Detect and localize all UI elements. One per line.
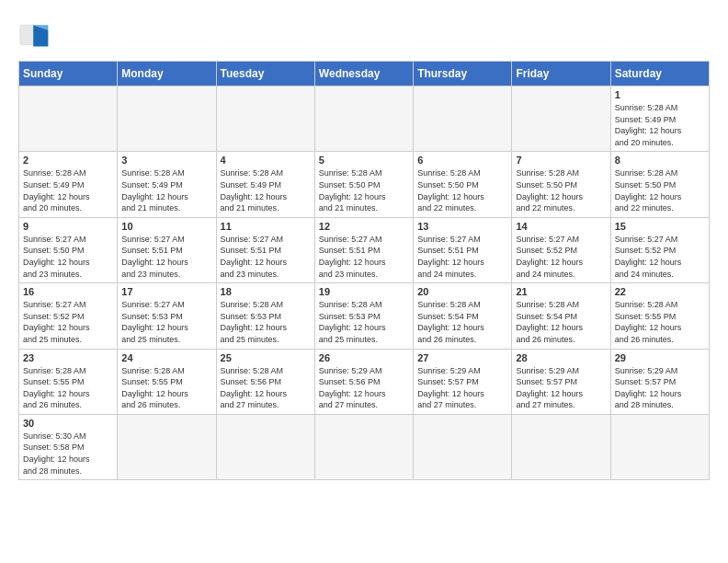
day-2: 2Sunrise: 5:28 AMSunset: 5:49 PMDaylight… xyxy=(19,152,118,217)
day-info: Sunrise: 5:28 AMSunset: 5:54 PMDaylight:… xyxy=(417,299,507,345)
day-info: Sunrise: 5:27 AMSunset: 5:52 PMDaylight:… xyxy=(615,234,705,280)
day-24: 24Sunrise: 5:28 AMSunset: 5:55 PMDayligh… xyxy=(118,349,216,414)
day-info: Sunrise: 5:27 AMSunset: 5:51 PMDaylight:… xyxy=(417,234,507,280)
day-number: 16 xyxy=(23,286,113,297)
weekday-header-saturday: Saturday xyxy=(610,62,709,86)
day-info: Sunrise: 5:28 AMSunset: 5:49 PMDaylight:… xyxy=(23,167,113,213)
day-info: Sunrise: 5:28 AMSunset: 5:50 PMDaylight:… xyxy=(516,167,606,213)
day-23: 23Sunrise: 5:28 AMSunset: 5:55 PMDayligh… xyxy=(19,349,118,414)
day-27: 27Sunrise: 5:29 AMSunset: 5:57 PMDayligh… xyxy=(414,349,512,414)
day-info: Sunrise: 5:29 AMSunset: 5:57 PMDaylight:… xyxy=(516,365,606,411)
day-info: Sunrise: 5:28 AMSunset: 5:49 PMDaylight:… xyxy=(615,102,705,148)
day-info: Sunrise: 5:28 AMSunset: 5:53 PMDaylight:… xyxy=(221,299,311,345)
day-number: 10 xyxy=(121,221,211,232)
day-info: Sunrise: 5:28 AMSunset: 5:50 PMDaylight:… xyxy=(319,167,409,213)
day-18: 18Sunrise: 5:28 AMSunset: 5:53 PMDayligh… xyxy=(216,283,314,349)
day-number: 14 xyxy=(516,221,606,232)
day-number: 18 xyxy=(221,286,311,297)
day-number: 30 xyxy=(23,418,113,429)
generalblue-logo-icon xyxy=(18,18,51,52)
empty-day xyxy=(118,414,216,479)
day-11: 11Sunrise: 5:27 AMSunset: 5:51 PMDayligh… xyxy=(216,217,314,282)
day-6: 6Sunrise: 5:28 AMSunset: 5:50 PMDaylight… xyxy=(414,152,512,217)
day-info: Sunrise: 5:28 AMSunset: 5:56 PMDaylight:… xyxy=(221,365,311,411)
day-29: 29Sunrise: 5:29 AMSunset: 5:57 PMDayligh… xyxy=(610,349,709,414)
day-number: 29 xyxy=(615,352,705,363)
day-9: 9Sunrise: 5:27 AMSunset: 5:50 PMDaylight… xyxy=(19,217,118,282)
day-14: 14Sunrise: 5:27 AMSunset: 5:52 PMDayligh… xyxy=(512,217,610,282)
day-info: Sunrise: 5:30 AMSunset: 5:58 PMDaylight:… xyxy=(23,431,113,477)
day-number: 7 xyxy=(516,155,606,166)
day-22: 22Sunrise: 5:28 AMSunset: 5:55 PMDayligh… xyxy=(610,283,709,349)
day-number: 13 xyxy=(417,221,507,232)
day-info: Sunrise: 5:28 AMSunset: 5:50 PMDaylight:… xyxy=(615,167,705,213)
empty-day xyxy=(19,86,118,152)
day-number: 28 xyxy=(516,352,606,363)
day-info: Sunrise: 5:28 AMSunset: 5:54 PMDaylight:… xyxy=(516,299,606,345)
day-number: 3 xyxy=(121,155,211,166)
weekday-header-tuesday: Tuesday xyxy=(216,62,314,86)
day-number: 6 xyxy=(417,155,507,166)
day-number: 5 xyxy=(319,155,409,166)
day-26: 26Sunrise: 5:29 AMSunset: 5:56 PMDayligh… xyxy=(314,349,413,414)
day-info: Sunrise: 5:27 AMSunset: 5:51 PMDaylight:… xyxy=(221,234,311,280)
day-20: 20Sunrise: 5:28 AMSunset: 5:54 PMDayligh… xyxy=(414,283,512,349)
weekday-header-friday: Friday xyxy=(512,62,610,86)
day-info: Sunrise: 5:28 AMSunset: 5:50 PMDaylight:… xyxy=(417,167,507,213)
empty-day xyxy=(512,414,610,479)
day-info: Sunrise: 5:27 AMSunset: 5:52 PMDaylight:… xyxy=(516,234,606,280)
day-10: 10Sunrise: 5:27 AMSunset: 5:51 PMDayligh… xyxy=(118,217,216,282)
day-info: Sunrise: 5:27 AMSunset: 5:53 PMDaylight:… xyxy=(121,299,211,345)
day-info: Sunrise: 5:28 AMSunset: 5:55 PMDaylight:… xyxy=(615,299,705,345)
day-5: 5Sunrise: 5:28 AMSunset: 5:50 PMDaylight… xyxy=(314,152,413,217)
day-number: 4 xyxy=(221,155,311,166)
day-17: 17Sunrise: 5:27 AMSunset: 5:53 PMDayligh… xyxy=(118,283,216,349)
day-number: 12 xyxy=(319,221,409,232)
weekday-header-monday: Monday xyxy=(118,62,216,86)
day-19: 19Sunrise: 5:28 AMSunset: 5:53 PMDayligh… xyxy=(314,283,413,349)
day-info: Sunrise: 5:27 AMSunset: 5:51 PMDaylight:… xyxy=(319,234,409,280)
weekday-header-sunday: Sunday xyxy=(19,62,118,86)
day-info: Sunrise: 5:28 AMSunset: 5:55 PMDaylight:… xyxy=(23,365,113,411)
day-info: Sunrise: 5:27 AMSunset: 5:50 PMDaylight:… xyxy=(23,234,113,280)
day-info: Sunrise: 5:29 AMSunset: 5:57 PMDaylight:… xyxy=(417,365,507,411)
day-1: 1Sunrise: 5:28 AMSunset: 5:49 PMDaylight… xyxy=(610,86,709,152)
day-number: 19 xyxy=(319,286,409,297)
empty-day xyxy=(512,86,610,152)
day-number: 21 xyxy=(516,286,606,297)
day-info: Sunrise: 5:28 AMSunset: 5:49 PMDaylight:… xyxy=(121,167,211,213)
day-info: Sunrise: 5:27 AMSunset: 5:52 PMDaylight:… xyxy=(23,299,113,345)
day-number: 1 xyxy=(615,89,705,100)
day-number: 23 xyxy=(23,352,113,363)
day-8: 8Sunrise: 5:28 AMSunset: 5:50 PMDaylight… xyxy=(610,152,709,217)
day-4: 4Sunrise: 5:28 AMSunset: 5:49 PMDaylight… xyxy=(216,152,314,217)
day-number: 27 xyxy=(417,352,507,363)
page-header xyxy=(18,18,710,52)
day-number: 25 xyxy=(221,352,311,363)
day-25: 25Sunrise: 5:28 AMSunset: 5:56 PMDayligh… xyxy=(216,349,314,414)
day-16: 16Sunrise: 5:27 AMSunset: 5:52 PMDayligh… xyxy=(19,283,118,349)
day-7: 7Sunrise: 5:28 AMSunset: 5:50 PMDaylight… xyxy=(512,152,610,217)
logo xyxy=(18,18,57,52)
day-number: 24 xyxy=(121,352,211,363)
day-info: Sunrise: 5:29 AMSunset: 5:56 PMDaylight:… xyxy=(319,365,409,411)
day-number: 17 xyxy=(121,286,211,297)
weekday-header-thursday: Thursday xyxy=(414,62,512,86)
day-21: 21Sunrise: 5:28 AMSunset: 5:54 PMDayligh… xyxy=(512,283,610,349)
empty-day xyxy=(314,414,413,479)
day-info: Sunrise: 5:28 AMSunset: 5:49 PMDaylight:… xyxy=(221,167,311,213)
empty-day xyxy=(610,414,709,479)
empty-day xyxy=(118,86,216,152)
day-number: 9 xyxy=(23,221,113,232)
day-3: 3Sunrise: 5:28 AMSunset: 5:49 PMDaylight… xyxy=(118,152,216,217)
day-12: 12Sunrise: 5:27 AMSunset: 5:51 PMDayligh… xyxy=(314,217,413,282)
day-info: Sunrise: 5:28 AMSunset: 5:53 PMDaylight:… xyxy=(319,299,409,345)
day-info: Sunrise: 5:29 AMSunset: 5:57 PMDaylight:… xyxy=(615,365,705,411)
day-number: 20 xyxy=(417,286,507,297)
day-number: 26 xyxy=(319,352,409,363)
day-30: 30Sunrise: 5:30 AMSunset: 5:58 PMDayligh… xyxy=(19,414,118,479)
day-info: Sunrise: 5:27 AMSunset: 5:51 PMDaylight:… xyxy=(121,234,211,280)
day-28: 28Sunrise: 5:29 AMSunset: 5:57 PMDayligh… xyxy=(512,349,610,414)
day-number: 2 xyxy=(23,155,113,166)
day-number: 15 xyxy=(615,221,705,232)
